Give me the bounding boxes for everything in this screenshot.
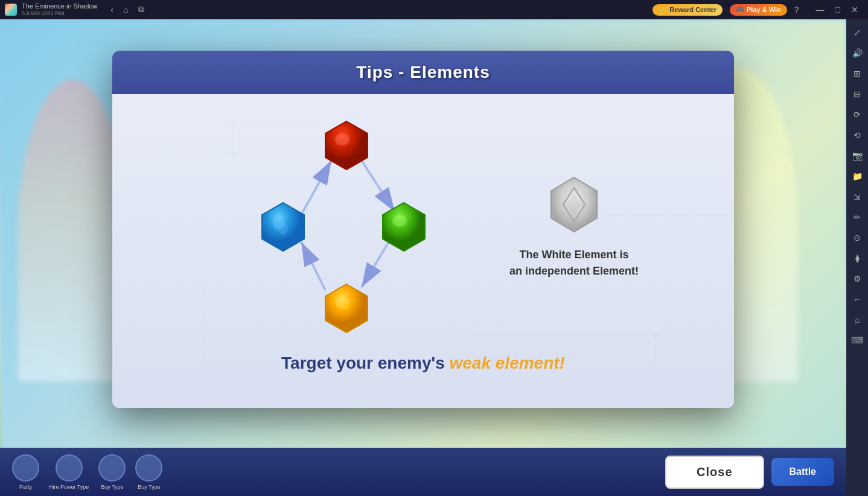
modal-content-area: The White Element is an independent Elem…	[136, 112, 710, 342]
sidebar-diamond-icon[interactable]: ⧫	[849, 250, 866, 267]
titlebar-nav: ‹ ⌂ ⧉	[107, 3, 147, 16]
modal-body: The White Element is an independent Elem…	[112, 94, 734, 408]
earth-element	[377, 200, 431, 256]
fire-element	[319, 118, 374, 175]
svg-point-22	[278, 223, 288, 235]
svg-marker-18	[325, 121, 368, 170]
party-icon-circle	[12, 454, 39, 482]
nav-back-button[interactable]: ‹	[107, 4, 117, 16]
buy2-item: Buy Type	[135, 454, 162, 490]
fire-hex-svg	[319, 118, 374, 173]
nav-home-button[interactable]: ⌂	[120, 4, 132, 16]
party-item: Party	[12, 454, 39, 490]
buy1-item: Buy Type	[98, 454, 126, 490]
titlebar-title: The Eminence in Shadow 5.9.600.1001 P64	[22, 2, 97, 17]
sidebar-minus-icon[interactable]: ⊟	[849, 86, 866, 103]
modal-title: Tips - Elements	[124, 63, 722, 82]
element-diagram	[208, 112, 479, 342]
svg-point-19	[335, 133, 349, 145]
white-element	[544, 174, 604, 237]
titlebar-left: The Eminence in Shadow 5.9.600.1001 P64 …	[5, 2, 148, 17]
lightning-hex-svg	[319, 281, 374, 335]
white-hex-svg	[544, 174, 604, 235]
sidebar-volume-icon[interactable]: 🔊	[849, 45, 866, 62]
titlebar-controls: — □ ✕	[811, 4, 863, 15]
sidebar-edit-icon[interactable]: ✏	[849, 209, 866, 226]
sidebar-settings-icon[interactable]: ⚙	[849, 270, 866, 287]
bottom-tip: Target your enemy's weak element!	[281, 354, 565, 373]
white-element-description: The White Element is an independent Elem…	[509, 247, 639, 279]
battle-button[interactable]: Battle	[771, 458, 834, 486]
water-element	[256, 200, 310, 256]
buy2-icon-circle	[135, 454, 162, 482]
sidebar-back-icon[interactable]: ←	[849, 291, 866, 308]
close-modal-button[interactable]: Close	[665, 456, 764, 489]
play-win-button[interactable]: 🎮 Play & Win	[730, 4, 787, 16]
titlebar: The Eminence in Shadow 5.9.600.1001 P64 …	[0, 0, 868, 19]
bottom-buttons: Close Battle	[665, 456, 834, 489]
sidebar-home-icon[interactable]: ⌂	[849, 311, 866, 328]
window-close-button[interactable]: ✕	[846, 4, 863, 15]
titlebar-right: 👑 Reward Center 🎮 Play & Win ? — □ ✕	[653, 4, 863, 16]
app-icon	[5, 4, 17, 16]
sidebar-folder-icon[interactable]: 📁	[849, 168, 866, 185]
sidebar-grid-icon[interactable]: ⊞	[849, 65, 866, 82]
white-element-section: The White Element is an independent Elem…	[509, 174, 639, 279]
bottom-bar: Party Hire Power Type Buy Type Buy Type …	[0, 448, 846, 496]
nav-pages-button[interactable]: ⧉	[135, 3, 148, 16]
hire-item: Hire Power Type	[49, 454, 89, 490]
buy2-label: Buy Type	[138, 484, 160, 490]
right-sidebar: ⤢ 🔊 ⊞ ⊟ ⟳ ⟲ 📷 📁 ⇲ ✏ ⊙ ⧫ ⚙ ← ⌂ ⌨	[846, 19, 868, 496]
svg-marker-23	[383, 203, 425, 251]
modal-overlay: Tips - Elements	[0, 19, 846, 439]
sidebar-expand-icon[interactable]: ⤢	[849, 24, 866, 41]
sidebar-target-icon[interactable]: ⊙	[849, 229, 866, 246]
tips-modal: Tips - Elements	[112, 51, 734, 408]
highlight-text: weak element!	[450, 354, 565, 372]
lightning-element	[319, 281, 374, 338]
help-button[interactable]: ?	[794, 5, 799, 14]
reward-crown-icon: 👑	[659, 6, 667, 14]
maximize-button[interactable]: □	[831, 4, 845, 15]
buy1-label: Buy Type	[101, 484, 123, 490]
earth-hex-svg	[377, 200, 431, 254]
modal-header: Tips - Elements	[112, 51, 734, 94]
sidebar-rotate-ccw-icon[interactable]: ⟲	[849, 127, 866, 144]
hire-label: Hire Power Type	[49, 484, 89, 490]
sidebar-rotate-cw-icon[interactable]: ⟳	[849, 106, 866, 123]
play-win-icon: 🎮	[736, 6, 744, 14]
sidebar-camera-icon[interactable]: 📷	[849, 147, 866, 164]
water-hex-svg	[256, 200, 310, 254]
hire-icon-circle	[56, 454, 83, 482]
party-label: Party	[19, 484, 32, 490]
sidebar-keyboard-icon[interactable]: ⌨	[849, 332, 866, 349]
reward-center-button[interactable]: 👑 Reward Center	[653, 4, 723, 16]
buy1-icon-circle	[98, 454, 126, 482]
sidebar-resize-icon[interactable]: ⇲	[849, 188, 866, 205]
svg-point-24	[392, 215, 407, 227]
minimize-button[interactable]: —	[811, 4, 829, 15]
